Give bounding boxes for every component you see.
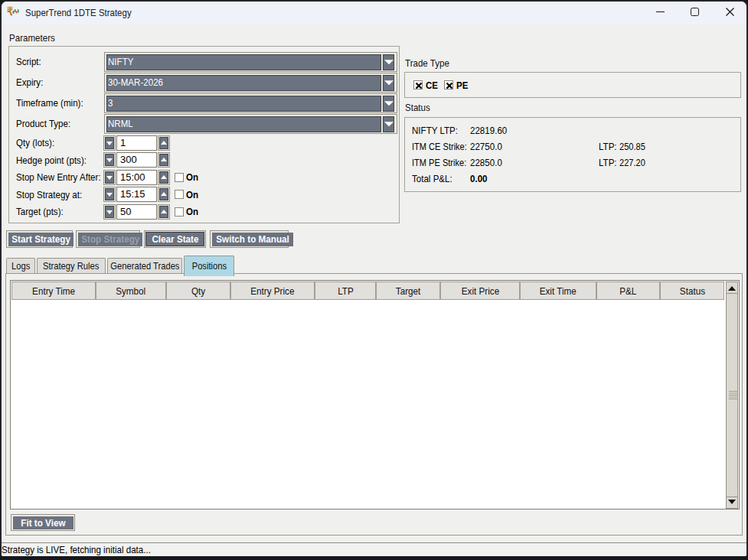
svg-text:₹: ₹ bbox=[7, 5, 13, 17]
